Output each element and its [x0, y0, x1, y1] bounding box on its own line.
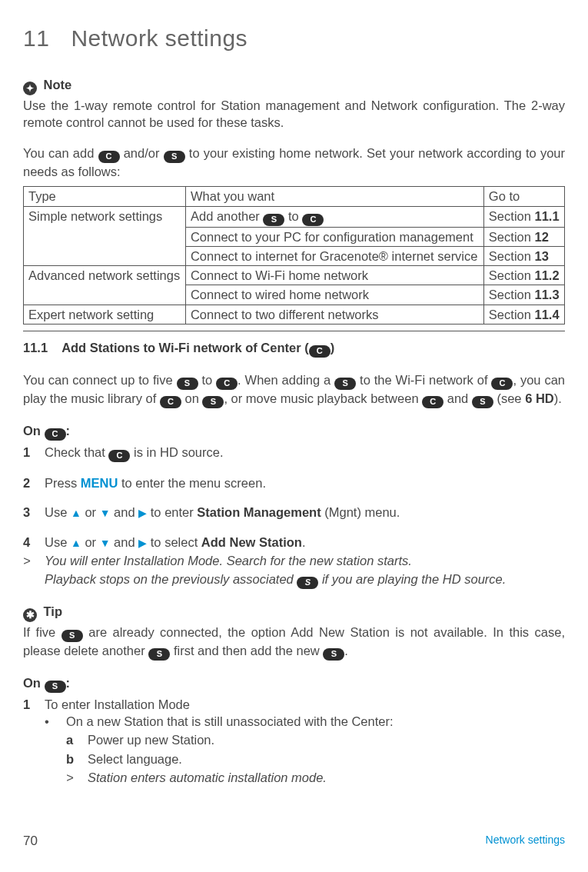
up-arrow-icon: ▲ [71, 507, 81, 519]
bullet-text: On a new Station that is still unassocia… [66, 713, 394, 730]
text: to [198, 373, 217, 387]
text-ref: 6 HD [525, 391, 554, 405]
up-arrow-icon: ▲ [71, 537, 81, 549]
center-badge-icon: C [491, 378, 513, 390]
note-text: Use the 1-way remote control for Station… [23, 97, 565, 131]
page-number: 70 [23, 833, 38, 850]
intro-pre: You can add [23, 146, 98, 160]
inner-list: • On a new Station that is still unassoc… [45, 713, 565, 786]
step-item: 1 To enter Installation Mode • On a new … [23, 696, 565, 787]
note-label: Note [44, 78, 72, 92]
section-intro: You can connect up to five S to C. When … [23, 371, 565, 408]
station-badge-icon: S [297, 577, 318, 589]
cell-type: Advanced network settings [24, 266, 186, 305]
step-number: 1 [23, 696, 45, 787]
step-number: 1 [23, 444, 45, 462]
center-badge-icon: C [309, 345, 331, 358]
intro-text: You can add C and/or S to your existing … [23, 145, 565, 180]
text: , or move music playback between [224, 391, 422, 405]
cell-type: Simple network settings [24, 206, 186, 266]
text: and [111, 535, 139, 549]
cell-want: Add another S to C [185, 206, 483, 227]
chapter-name: Network settings [71, 25, 247, 51]
station-badge-icon: S [263, 214, 284, 226]
sub-marker: a [66, 731, 88, 748]
text: (see [493, 391, 525, 405]
text: On [23, 424, 45, 438]
intro-mid: and/or [120, 146, 164, 160]
text: . [344, 644, 348, 657]
tip-icon: ✱ [23, 608, 37, 622]
on-center-heading: On C: [23, 422, 565, 441]
tip-heading: ✱ Tip [23, 603, 565, 622]
step-body: To enter Installation Mode • On a new St… [45, 696, 565, 787]
table-row: Simple network settings Add another S to… [24, 206, 565, 227]
station-badge-icon: S [334, 378, 356, 390]
text: . [302, 535, 306, 549]
cell-goto: Section 11.4 [483, 305, 564, 324]
cell-goto: Section 13 [483, 246, 564, 265]
center-badge-icon: C [160, 396, 181, 408]
cell-goto: Section 11.2 [483, 266, 564, 285]
cell-want: Connect to Wi-Fi home network [185, 266, 483, 285]
station-badge-icon: S [323, 648, 344, 661]
text-bold: Station Management [197, 505, 321, 519]
text: Press [45, 476, 81, 490]
chapter-title: 11Network settings [23, 23, 565, 55]
text: ). [554, 391, 562, 405]
center-badge-icon: C [422, 396, 443, 408]
step-text: Use ▲ or ▼ and ▶ to enter Station Manage… [45, 504, 400, 521]
down-arrow-icon: ▼ [100, 507, 111, 519]
tip-text: If five S are already connected, the opt… [23, 624, 565, 661]
step-text: Use ▲ or ▼ and ▶ to select Add New Stati… [45, 534, 306, 551]
sub-item: a Power up new Station. [45, 731, 565, 748]
center-badge-icon: C [45, 428, 66, 441]
cell-goto: Section 11.1 [483, 206, 564, 227]
table-row: Expert network setting Connect to two di… [24, 305, 565, 324]
cell-ref: 13 [534, 249, 548, 263]
result-marker: > [23, 552, 45, 569]
text: If five [23, 625, 61, 639]
cell-text: Section [489, 288, 535, 301]
cell-want: Connect to two different networks [185, 305, 483, 324]
step-text: Press MENU to enter the menu screen. [45, 474, 266, 491]
th-goto: Go to [483, 187, 564, 206]
table-header-row: Type What you want Go to [24, 187, 565, 206]
chapter-number: 11 [23, 23, 49, 55]
result-text: Playback stops on the previously associa… [45, 571, 506, 589]
note-icon: ✦ [23, 82, 37, 95]
th-type: Type [24, 187, 186, 206]
step-result-cont: Playback stops on the previously associa… [23, 571, 565, 589]
text: : [66, 676, 71, 690]
cell-ref: 11.4 [534, 308, 559, 321]
cell-want: Connect to your PC for configuration man… [185, 227, 483, 246]
section-heading: 11.1Add Stations to Wi-Fi network of Cen… [23, 339, 565, 358]
cell-ref: 11.3 [534, 288, 559, 301]
station-badge-icon: S [472, 396, 493, 408]
station-badge-icon: S [202, 396, 224, 408]
step-item: 3 Use ▲ or ▼ and ▶ to enter Station Mana… [23, 504, 565, 521]
steps-on-center: 1 Check that C is in HD source. 2 Press … [23, 444, 565, 551]
step-number: 2 [23, 474, 45, 491]
center-badge-icon: C [108, 450, 130, 462]
tip-label: Tip [44, 604, 62, 618]
cell-ref: 11.2 [534, 268, 559, 282]
text-bold: Add New Station [201, 535, 302, 549]
text: on [181, 391, 203, 405]
text: to the Wi-Fi network of [356, 373, 491, 387]
text: Check that [45, 445, 108, 459]
step-item: 2 Press MENU to enter the menu screen. [23, 474, 565, 491]
text: or [81, 535, 100, 549]
result-text: Station enters automatic installation mo… [88, 769, 327, 786]
text: and [443, 391, 472, 405]
result-marker-blank [23, 571, 45, 589]
station-badge-icon: S [164, 151, 185, 163]
cell-text: Section [489, 230, 535, 244]
page-footer: 70 Network settings [23, 833, 565, 850]
text: . When adding a [238, 373, 334, 387]
text: to select [147, 535, 201, 549]
cell-type: Expert network setting [24, 305, 186, 324]
sub-result: > Station enters automatic installation … [45, 769, 565, 786]
section-title-pre: Add Stations to Wi-Fi network of Center … [61, 341, 309, 354]
step-text: Check that C is in HD source. [45, 444, 224, 462]
